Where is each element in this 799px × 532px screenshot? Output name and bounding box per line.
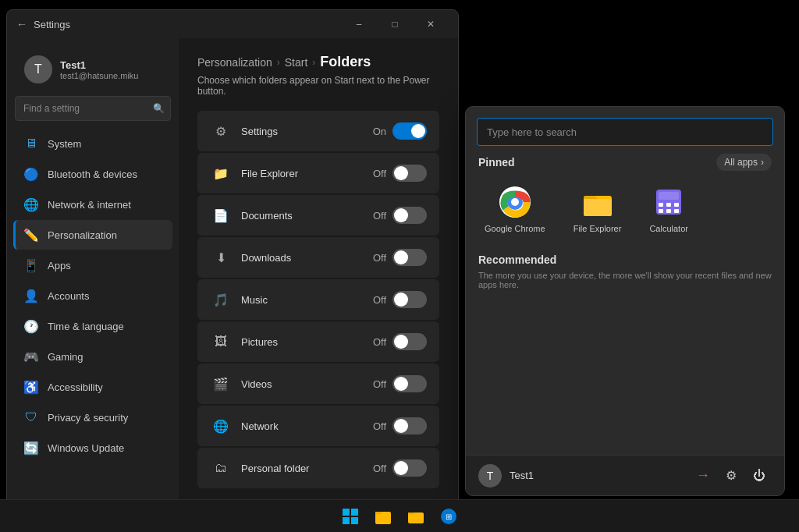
sidebar-item-gaming[interactable]: 🎮 Gaming: [13, 342, 172, 371]
sidebar-item-accounts[interactable]: 👤 Accounts: [13, 281, 172, 310]
documents-toggle[interactable]: [392, 207, 427, 224]
start-username: Test1: [510, 470, 534, 481]
calc-svg-icon: [653, 186, 684, 218]
settings-toggle[interactable]: [392, 122, 427, 140]
window-title: Settings: [34, 19, 70, 30]
all-apps-button[interactable]: All apps ›: [716, 154, 772, 171]
start-power-button[interactable]: ⏻: [747, 463, 772, 488]
personal-toggle-knob: [394, 461, 408, 475]
folder-name-personal: Personal folder: [241, 463, 373, 474]
sidebar-item-label-accounts: Accounts: [48, 290, 89, 302]
taskbar-folder-button[interactable]: [401, 502, 431, 531]
videos-folder-icon: 🎬: [210, 373, 232, 395]
app-chrome[interactable]: Google Chrome: [478, 180, 552, 238]
app-calculator[interactable]: Calculator: [643, 180, 694, 238]
start-footer: T Test1 → ⚙ ⏻: [466, 455, 784, 495]
sidebar-item-label-bluetooth: Bluetooth & devices: [48, 168, 137, 180]
folder-name-documents: Documents: [241, 210, 373, 222]
back-button[interactable]: ←: [16, 18, 27, 30]
recommended-title: Recommended: [478, 254, 772, 266]
network-toggle[interactable]: [392, 417, 427, 434]
maximize-button[interactable]: □: [377, 12, 413, 37]
personal-toggle[interactable]: [392, 459, 427, 477]
all-apps-label: All apps: [724, 157, 758, 168]
search-input[interactable]: [15, 96, 171, 121]
start-avatar: T: [478, 464, 502, 488]
folder-name-music: Music: [241, 294, 373, 306]
videos-toggle[interactable]: [392, 375, 427, 392]
downloads-toggle-state: Off: [373, 252, 386, 264]
explorer-app-name: File Explorer: [574, 224, 622, 233]
accounts-icon: 👤: [24, 289, 38, 303]
taskbar-store-button[interactable]: ⊞: [434, 502, 463, 531]
all-apps-arrow: ›: [761, 157, 764, 168]
personal-toggle-label: Off: [373, 459, 427, 477]
file-explorer-toggle-knob: [394, 166, 408, 180]
pinned-title: Pinned: [478, 156, 515, 168]
music-toggle[interactable]: [392, 291, 427, 308]
personal-toggle-state: Off: [373, 463, 386, 474]
downloads-toggle-label: Off: [373, 249, 427, 266]
sidebar-item-bluetooth[interactable]: 🔵 Bluetooth & devices: [13, 159, 172, 189]
windows-icon: [342, 508, 359, 525]
file-explorer-folder-icon: 📁: [210, 162, 232, 184]
svg-rect-8: [659, 203, 663, 207]
sidebar-item-label-update: Windows Update: [48, 442, 124, 454]
file-explorer-toggle[interactable]: [392, 165, 427, 182]
recommended-section: Recommended The more you use your device…: [478, 254, 772, 289]
svg-rect-11: [659, 209, 663, 213]
network-toggle-label: Off: [373, 417, 427, 434]
user-info: Test1 test1@hatsune.miku: [60, 59, 138, 80]
svg-rect-12: [666, 209, 671, 213]
downloads-toggle[interactable]: [392, 249, 427, 266]
breadcrumb-start[interactable]: Start: [285, 56, 308, 69]
sidebar-item-label-gaming: Gaming: [48, 351, 83, 363]
search-box: 🔍: [15, 96, 171, 121]
start-settings-button[interactable]: ⚙: [719, 463, 744, 488]
settings-body: T Test1 test1@hatsune.miku 🔍 🖥 System 🔵 …: [7, 38, 458, 514]
start-search-input[interactable]: [477, 118, 773, 146]
chrome-app-name: Google Chrome: [485, 224, 545, 233]
sidebar-item-label-accessibility: Accessibility: [48, 381, 103, 393]
sidebar-item-apps[interactable]: 📱 Apps: [13, 250, 172, 280]
sidebar-item-system[interactable]: 🖥 System: [13, 129, 172, 158]
user-arrow-button[interactable]: →: [691, 463, 716, 488]
user-profile[interactable]: T Test1 test1@hatsune.miku: [13, 48, 172, 91]
sidebar-item-privacy[interactable]: 🛡 Privacy & security: [13, 403, 172, 432]
sidebar-item-time[interactable]: 🕐 Time & language: [13, 311, 172, 341]
start-user[interactable]: T Test1: [478, 464, 691, 488]
taskbar-explorer-icon: [375, 508, 392, 525]
explorer-icon-wrap: [581, 185, 615, 219]
taskbar-store-icon: ⊞: [440, 508, 457, 525]
app-file-explorer[interactable]: File Explorer: [567, 180, 628, 238]
taskbar-windows-button[interactable]: [336, 502, 365, 531]
close-button[interactable]: ✕: [413, 12, 449, 37]
svg-text:⊞: ⊞: [446, 512, 452, 521]
sidebar-item-personalization[interactable]: ✏️ Personalization: [13, 220, 172, 250]
folder-item-personal: 🗂 Personal folder Off: [197, 448, 439, 488]
sidebar-item-label-privacy: Privacy & security: [48, 412, 128, 424]
apps-icon: 📱: [24, 258, 38, 272]
start-footer-actions: → ⚙ ⏻: [691, 463, 772, 488]
breadcrumb-personalization[interactable]: Personalization: [197, 56, 272, 69]
svg-rect-10: [674, 203, 679, 207]
sidebar-item-network[interactable]: 🌐 Network & internet: [13, 190, 172, 219]
documents-folder-icon: 📄: [210, 204, 232, 226]
file-explorer-toggle-label: Off: [373, 165, 427, 182]
personal-folder-icon: 🗂: [210, 457, 232, 479]
taskbar-explorer-button[interactable]: [368, 502, 398, 531]
videos-toggle-knob: [394, 377, 408, 391]
network-icon: 🌐: [24, 197, 38, 211]
folder-name-network: Network: [241, 420, 373, 432]
svg-rect-9: [666, 203, 671, 207]
svg-rect-5: [584, 199, 612, 216]
minimize-button[interactable]: –: [341, 12, 377, 37]
pictures-toggle[interactable]: [392, 333, 427, 350]
sidebar-item-accessibility[interactable]: ♿ Accessibility: [13, 372, 172, 402]
documents-toggle-state: Off: [373, 210, 386, 222]
folder-name-file-explorer: File Explorer: [241, 168, 373, 179]
downloads-toggle-knob: [394, 250, 408, 264]
network-folder-icon: 🌐: [210, 415, 232, 437]
breadcrumb-current: Folders: [320, 54, 371, 70]
sidebar-item-update[interactable]: 🔄 Windows Update: [13, 433, 172, 463]
